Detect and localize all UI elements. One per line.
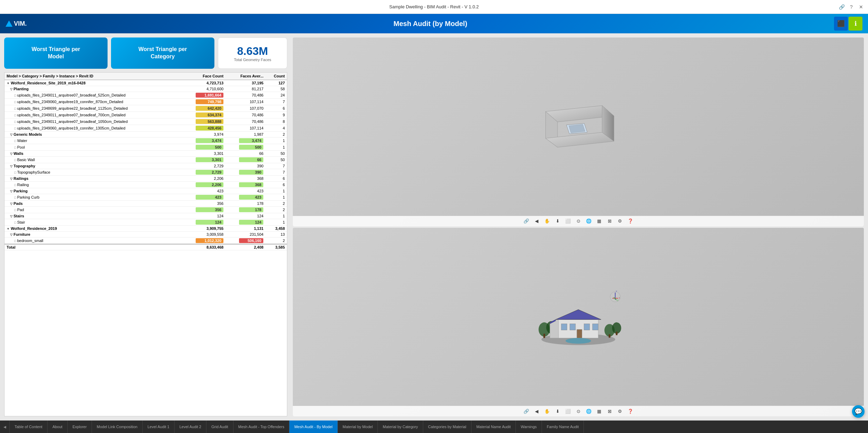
nav-tab-mesh-audit---top-offenders[interactable]: Mesh Audit - Top Offenders [233, 420, 290, 433]
table-cell-faces-avg: 178 [225, 207, 265, 213]
expand-icon[interactable]: ▼ [7, 227, 10, 231]
nav-tab-about[interactable]: About [48, 420, 68, 433]
expand-icon[interactable]: ▽ [10, 165, 12, 168]
nav-tab-grid-audit[interactable]: Grid Audit [206, 420, 233, 433]
table-cell-faces-avg: 506,160 [225, 238, 265, 244]
expand-icon[interactable]: □ [14, 221, 16, 224]
main-content: Worst Triangle perModel Worst Triangle p… [0, 33, 868, 420]
expand-icon[interactable]: ▽ [10, 233, 12, 236]
help-icon[interactable]: ? [849, 4, 854, 10]
tb-grid-icon[interactable]: ▦ [595, 217, 603, 225]
expand-icon[interactable]: □ [14, 114, 16, 117]
expand-icon[interactable]: □ [14, 139, 16, 143]
table-cell-count: 3,585 [265, 244, 287, 250]
table-cell-faces-avg: 178 [225, 201, 265, 207]
nav-tab-material-name-audit[interactable]: Material Name Audit [471, 420, 516, 433]
nav-arrow-left[interactable]: ◀ [0, 420, 10, 433]
table-cell-label: ▽Pads [5, 201, 181, 207]
table-cell-faces-avg: 368 [225, 176, 265, 182]
expand-icon[interactable]: □ [14, 196, 16, 199]
table-cell-faces-avg: 390 [225, 163, 265, 169]
nav-tab-categories-by-material[interactable]: Categories by Material [423, 420, 471, 433]
expand-icon[interactable]: □ [14, 208, 16, 212]
tb2-settings-icon[interactable]: ⚙ [616, 407, 624, 415]
table-cell-label: □uploads_files_2349060_arquitree19_conni… [5, 125, 181, 132]
tb-globe-icon[interactable]: 🌐 [585, 217, 593, 225]
nav-tab-explorer[interactable]: Explorer [68, 420, 92, 433]
vim-logo: VIM. [6, 20, 27, 27]
tb2-hand-icon[interactable]: ✋ [543, 407, 551, 415]
nav-tab-table-of-content[interactable]: Table of Content [10, 420, 48, 433]
table-cell-faces-avg: 66 [225, 157, 265, 163]
app-header: VIM. Mesh Audit (by Model) ⬛ ℹ [0, 14, 868, 33]
link-icon[interactable]: 🔗 [839, 4, 844, 10]
tb2-frame-icon[interactable]: ⬜ [564, 407, 572, 415]
svg-rect-8 [543, 334, 545, 338]
worst-triangle-category-card[interactable]: Worst Triangle perCategory [111, 38, 214, 69]
nav-tab-warnings[interactable]: Warnings [516, 420, 542, 433]
nav-tab-family-name-audit[interactable]: Family Name Audit [542, 420, 584, 433]
expand-icon[interactable]: ▼ [7, 82, 10, 85]
info-button[interactable]: ℹ [849, 17, 862, 31]
expand-icon[interactable]: □ [14, 183, 16, 187]
expand-icon[interactable]: ▽ [10, 190, 12, 193]
expand-icon[interactable]: □ [14, 171, 16, 174]
tb2-cross-icon[interactable]: ⊠ [606, 407, 613, 415]
table-cell-count: 2 [265, 238, 287, 244]
table-cell-count: 4 [265, 125, 287, 132]
tb-back-icon[interactable]: ◀ [533, 217, 541, 225]
tb-target-icon[interactable]: ⊙ [575, 217, 582, 225]
tb2-grid-icon[interactable]: ▦ [595, 407, 603, 415]
header-right-buttons: ⬛ ℹ [834, 17, 862, 31]
chat-bubble[interactable]: 💬 [852, 405, 865, 418]
tb2-help-icon[interactable]: ❓ [627, 407, 634, 415]
nav-tab-material-by-category[interactable]: Material by Category [378, 420, 423, 433]
table-cell-count: 9 [265, 112, 287, 118]
worst-triangle-model-card[interactable]: Worst Triangle perModel [4, 38, 108, 69]
data-table-container[interactable]: Model > Category > Family > Instance > R… [4, 72, 287, 416]
nav-tab-level-audit-2[interactable]: Level Audit 2 [175, 420, 206, 433]
expand-icon[interactable]: ▽ [10, 88, 12, 91]
tb-cross-icon[interactable]: ⊠ [606, 217, 613, 225]
tb-settings-icon[interactable]: ⚙ [616, 217, 624, 225]
nav-tab-model-link-composition[interactable]: Model Link Composition [92, 420, 143, 433]
expand-icon[interactable]: □ [14, 146, 16, 149]
table-cell-count: 58 [265, 86, 287, 92]
close-icon[interactable]: ✕ [858, 4, 864, 10]
table-cell-face-count: 500 [181, 144, 225, 151]
tb-down-icon[interactable]: ⬇ [554, 217, 561, 225]
table-cell-count: 13 [265, 232, 287, 238]
tb2-globe-icon[interactable]: 🌐 [585, 407, 593, 415]
expand-icon[interactable]: ▽ [10, 133, 12, 136]
expand-icon[interactable]: □ [14, 100, 16, 104]
expand-icon[interactable]: □ [14, 127, 16, 130]
expand-icon[interactable]: □ [14, 239, 16, 243]
data-table: Model > Category > Family > Instance > R… [5, 73, 287, 250]
nav-tab-mesh-audit---by-model[interactable]: Mesh Audit - By Model [289, 420, 338, 433]
nav-tab-level-audit-1[interactable]: Level Audit 1 [143, 420, 175, 433]
nav-tab-material-by-model[interactable]: Material by Model [338, 420, 378, 433]
expand-icon[interactable]: ▽ [10, 152, 12, 156]
tb2-down-icon[interactable]: ⬇ [554, 407, 561, 415]
tb-frame-icon[interactable]: ⬜ [564, 217, 572, 225]
3d-house-svg: Y X Z [530, 285, 627, 348]
svg-rect-21 [584, 324, 589, 330]
expand-icon[interactable]: ▽ [10, 202, 12, 206]
tb-help-icon[interactable]: ❓ [627, 217, 634, 225]
expand-icon[interactable]: □ [14, 158, 16, 162]
expand-icon[interactable]: ▽ [10, 215, 12, 218]
tb2-target-icon[interactable]: ⊙ [575, 407, 582, 415]
table-cell-face-count: 2,206 [181, 182, 225, 188]
table-body: ▼Wolford_Residence_Site_2019_m16-04284,7… [5, 80, 287, 250]
table-cell-label: □TopographySurface [5, 169, 181, 176]
expand-icon[interactable]: ▽ [10, 177, 12, 181]
tb2-back-icon[interactable]: ◀ [533, 407, 541, 415]
tb2-link-icon[interactable]: 🔗 [522, 407, 530, 415]
tb-link-icon[interactable]: 🔗 [522, 217, 530, 225]
table-cell-label: ▽Generic Models [5, 132, 181, 138]
tb-hand-icon[interactable]: ✋ [543, 217, 551, 225]
expand-icon[interactable]: □ [14, 120, 16, 124]
monitor-button[interactable]: ⬛ [834, 17, 848, 31]
expand-icon[interactable]: □ [14, 94, 16, 97]
expand-icon[interactable]: □ [14, 107, 16, 110]
